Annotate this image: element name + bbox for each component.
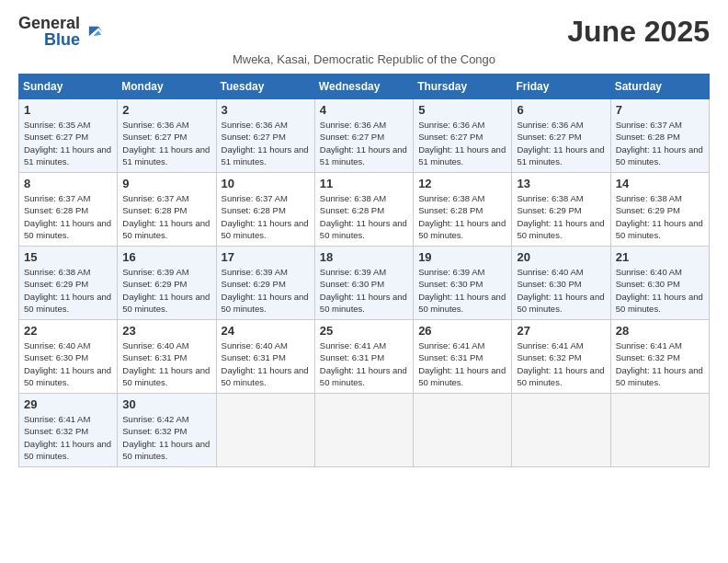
cell-info: Sunrise: 6:38 AMSunset: 6:29 PMDaylight:… [517,193,604,240]
calendar-cell: 11 Sunrise: 6:38 AMSunset: 6:28 PMDaylig… [314,173,413,247]
calendar-cell: 9 Sunrise: 6:37 AMSunset: 6:28 PMDayligh… [118,173,216,247]
day-number: 13 [517,177,605,190]
weekday-header-monday: Monday [118,75,216,99]
header: General Blue June 2025 [18,15,710,49]
calendar-cell: 1 Sunrise: 6:35 AMSunset: 6:27 PMDayligh… [19,99,118,173]
day-number: 25 [320,324,408,338]
day-number: 6 [517,103,605,117]
day-number: 21 [616,250,704,264]
day-number: 24 [222,324,310,338]
calendar-cell: 25 Sunrise: 6:41 AMSunset: 6:31 PMDaylig… [314,320,413,394]
calendar-cell: 21 Sunrise: 6:40 AMSunset: 6:30 PMDaylig… [610,247,709,320]
day-number: 3 [222,103,310,117]
calendar-cell [216,394,314,467]
calendar-cell: 10 Sunrise: 6:37 AMSunset: 6:28 PMDaylig… [216,173,314,247]
cell-info: Sunrise: 6:36 AMSunset: 6:27 PMDaylight:… [320,120,407,167]
weekday-header-friday: Friday [512,75,610,99]
cell-info: Sunrise: 6:40 AMSunset: 6:30 PMDaylight:… [616,267,703,314]
day-number: 16 [122,250,210,264]
weekday-header-tuesday: Tuesday [216,75,314,99]
calendar-week-4: 22 Sunrise: 6:40 AMSunset: 6:30 PMDaylig… [19,320,710,394]
day-number: 1 [24,103,112,117]
calendar-cell: 26 Sunrise: 6:41 AMSunset: 6:31 PMDaylig… [414,320,512,394]
cell-info: Sunrise: 6:35 AMSunset: 6:27 PMDaylight:… [24,120,111,167]
day-number: 29 [24,397,112,411]
cell-info: Sunrise: 6:40 AMSunset: 6:31 PMDaylight:… [122,340,210,387]
calendar-week-2: 8 Sunrise: 6:37 AMSunset: 6:28 PMDayligh… [19,173,710,247]
cell-info: Sunrise: 6:41 AMSunset: 6:32 PMDaylight:… [616,340,703,387]
calendar-cell: 30 Sunrise: 6:42 AMSunset: 6:32 PMDaylig… [118,394,216,467]
calendar-cell: 28 Sunrise: 6:41 AMSunset: 6:32 PMDaylig… [610,320,709,394]
subtitle: Mweka, Kasai, Democratic Republic of the… [18,52,710,66]
calendar-cell: 14 Sunrise: 6:38 AMSunset: 6:29 PMDaylig… [610,173,709,247]
logo: General Blue [18,15,104,48]
day-number: 28 [616,324,704,338]
cell-info: Sunrise: 6:37 AMSunset: 6:28 PMDaylight:… [616,120,703,167]
day-number: 15 [24,250,112,264]
calendar-cell [512,394,610,467]
day-number: 20 [517,250,605,264]
day-number: 2 [122,103,210,117]
cell-info: Sunrise: 6:37 AMSunset: 6:28 PMDaylight:… [122,193,210,240]
calendar-week-5: 29 Sunrise: 6:41 AMSunset: 6:32 PMDaylig… [19,394,710,467]
calendar-cell: 4 Sunrise: 6:36 AMSunset: 6:27 PMDayligh… [314,99,413,173]
weekday-header-saturday: Saturday [610,75,709,99]
cell-info: Sunrise: 6:36 AMSunset: 6:27 PMDaylight:… [517,120,604,167]
day-number: 19 [418,250,506,264]
day-number: 4 [320,103,408,117]
day-number: 10 [222,177,310,190]
calendar-cell: 22 Sunrise: 6:40 AMSunset: 6:30 PMDaylig… [19,320,118,394]
cell-info: Sunrise: 6:40 AMSunset: 6:31 PMDaylight:… [222,340,309,387]
day-number: 7 [616,103,704,117]
calendar-cell: 27 Sunrise: 6:41 AMSunset: 6:32 PMDaylig… [512,320,610,394]
cell-info: Sunrise: 6:41 AMSunset: 6:31 PMDaylight:… [320,340,407,387]
calendar-cell: 6 Sunrise: 6:36 AMSunset: 6:27 PMDayligh… [512,99,610,173]
cell-info: Sunrise: 6:36 AMSunset: 6:27 PMDaylight:… [122,120,210,167]
day-number: 12 [418,177,506,190]
calendar-cell: 19 Sunrise: 6:39 AMSunset: 6:30 PMDaylig… [414,247,512,320]
day-number: 22 [24,324,112,338]
cell-info: Sunrise: 6:40 AMSunset: 6:30 PMDaylight:… [24,340,111,387]
title-area: June 2025 [567,15,710,49]
calendar: SundayMondayTuesdayWednesdayThursdayFrid… [18,74,710,467]
day-number: 14 [616,177,704,190]
calendar-cell: 23 Sunrise: 6:40 AMSunset: 6:31 PMDaylig… [118,320,216,394]
calendar-week-3: 15 Sunrise: 6:38 AMSunset: 6:29 PMDaylig… [19,247,710,320]
cell-info: Sunrise: 6:40 AMSunset: 6:30 PMDaylight:… [517,267,604,314]
day-number: 11 [320,177,408,190]
day-number: 8 [24,177,112,190]
calendar-cell: 16 Sunrise: 6:39 AMSunset: 6:29 PMDaylig… [118,247,216,320]
calendar-cell: 13 Sunrise: 6:38 AMSunset: 6:29 PMDaylig… [512,173,610,247]
weekday-header-sunday: Sunday [19,75,118,99]
cell-info: Sunrise: 6:41 AMSunset: 6:31 PMDaylight:… [418,340,506,387]
calendar-cell: 24 Sunrise: 6:40 AMSunset: 6:31 PMDaylig… [216,320,314,394]
cell-info: Sunrise: 6:39 AMSunset: 6:29 PMDaylight:… [222,267,309,314]
calendar-cell [414,394,512,467]
calendar-cell: 12 Sunrise: 6:38 AMSunset: 6:28 PMDaylig… [414,173,512,247]
calendar-cell: 17 Sunrise: 6:39 AMSunset: 6:29 PMDaylig… [216,247,314,320]
day-number: 23 [122,324,210,338]
day-number: 27 [517,324,605,338]
cell-info: Sunrise: 6:39 AMSunset: 6:30 PMDaylight:… [320,267,407,314]
cell-info: Sunrise: 6:38 AMSunset: 6:29 PMDaylight:… [616,193,703,240]
calendar-cell: 29 Sunrise: 6:41 AMSunset: 6:32 PMDaylig… [19,394,118,467]
calendar-cell: 8 Sunrise: 6:37 AMSunset: 6:28 PMDayligh… [19,173,118,247]
calendar-week-1: 1 Sunrise: 6:35 AMSunset: 6:27 PMDayligh… [19,99,710,173]
calendar-cell [314,394,413,467]
logo-icon [84,21,104,41]
calendar-cell: 20 Sunrise: 6:40 AMSunset: 6:30 PMDaylig… [512,247,610,320]
calendar-cell: 7 Sunrise: 6:37 AMSunset: 6:28 PMDayligh… [610,99,709,173]
cell-info: Sunrise: 6:38 AMSunset: 6:28 PMDaylight:… [418,193,506,240]
cell-info: Sunrise: 6:41 AMSunset: 6:32 PMDaylight:… [517,340,604,387]
day-number: 30 [122,397,210,411]
cell-info: Sunrise: 6:36 AMSunset: 6:27 PMDaylight:… [222,120,309,167]
cell-info: Sunrise: 6:41 AMSunset: 6:32 PMDaylight:… [24,414,111,461]
calendar-cell: 15 Sunrise: 6:38 AMSunset: 6:29 PMDaylig… [19,247,118,320]
cell-info: Sunrise: 6:38 AMSunset: 6:28 PMDaylight:… [320,193,407,240]
cell-info: Sunrise: 6:39 AMSunset: 6:29 PMDaylight:… [122,267,210,314]
calendar-cell: 3 Sunrise: 6:36 AMSunset: 6:27 PMDayligh… [216,99,314,173]
calendar-cell: 18 Sunrise: 6:39 AMSunset: 6:30 PMDaylig… [314,247,413,320]
month-title: June 2025 [567,15,710,49]
weekday-header-row: SundayMondayTuesdayWednesdayThursdayFrid… [19,75,710,99]
calendar-cell: 5 Sunrise: 6:36 AMSunset: 6:27 PMDayligh… [414,99,512,173]
